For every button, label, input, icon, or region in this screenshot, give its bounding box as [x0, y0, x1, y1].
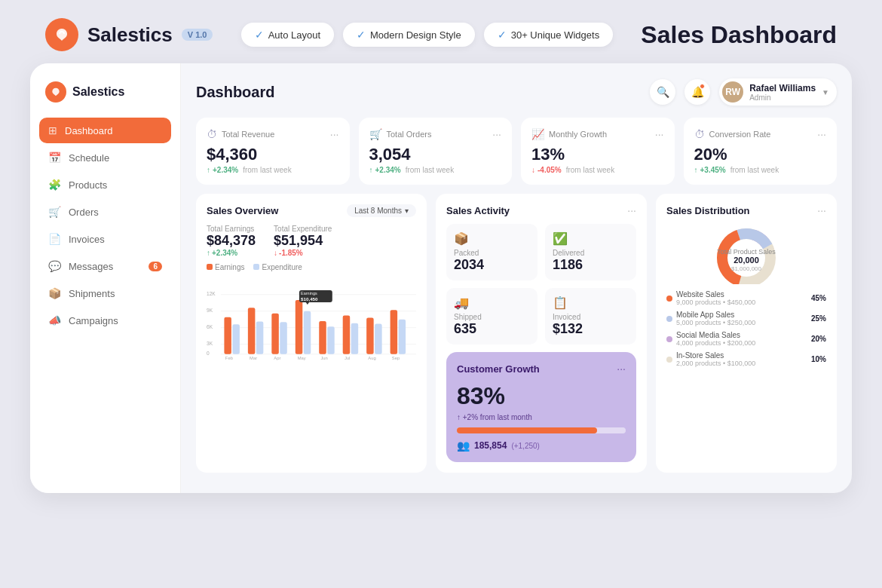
packed-icon: 📦 — [454, 231, 530, 246]
charts-row: Sales Overview Last 8 Months ▾ Total Ear… — [196, 194, 837, 473]
sidebar-item-messages[interactable]: 💬 Messages 6 — [39, 253, 171, 279]
content-area: Dashboard 🔍 🔔 RW Rafael Williams Admin ▼ — [181, 63, 852, 493]
svg-text:Feb: Feb — [225, 356, 233, 360]
activity-invoiced: 📋 Invoiced $132 — [545, 288, 636, 345]
orders-from: from last week — [406, 166, 454, 174]
up-arrow-icon-1: ↑ — [369, 166, 373, 174]
growth-more-button[interactable]: ··· — [655, 128, 664, 140]
activity-delivered: ✅ Delivered 1186 — [545, 224, 636, 280]
svg-rect-14 — [271, 314, 279, 354]
notification-button[interactable]: 🔔 — [684, 79, 710, 105]
activity-shipped: 🚚 Shipped 635 — [446, 288, 537, 345]
growth-users-change: (+1,250) — [511, 442, 540, 450]
header-actions: 🔍 🔔 RW Rafael Williams Admin ▼ — [650, 78, 837, 106]
sidebar-label-orders: Orders — [69, 207, 99, 218]
feature-badge-2: ✓ 30+ Unique Widgets — [484, 23, 613, 47]
dashboard-title: Sales Dashboard — [641, 21, 837, 49]
svg-rect-19 — [327, 326, 335, 354]
version-badge: V 1.0 — [182, 29, 213, 41]
sales-distribution-card: Sales Distribution ··· Total Product Sal… — [656, 194, 837, 473]
svg-text:12K: 12K — [207, 291, 216, 296]
sidebar-item-shipments[interactable]: 📦 Shipments — [39, 280, 171, 306]
sidebar-label-campaigns: Campaigns — [69, 315, 118, 326]
sidebar-item-campaigns[interactable]: 📣 Campaigns — [39, 308, 171, 333]
growth-users-count: 185,854 — [474, 440, 507, 451]
svg-rect-18 — [319, 321, 326, 354]
sales-activity-more[interactable]: ··· — [627, 204, 636, 216]
svg-marker-29 — [306, 302, 309, 305]
svg-text:Jul: Jul — [345, 356, 350, 360]
svg-rect-16 — [296, 300, 303, 354]
dist-dot-mobile — [666, 316, 672, 322]
sales-overview-filter[interactable]: Last 8 Months ▾ — [347, 204, 416, 217]
svg-text:$1,000,000: $1,000,000 — [731, 265, 762, 272]
search-button[interactable]: 🔍 — [650, 79, 675, 105]
sales-distribution-title: Sales Distribution — [666, 205, 750, 216]
sidebar-item-invoices[interactable]: 📄 Invoices — [39, 226, 171, 252]
notification-dot — [700, 84, 705, 89]
feature-label-2: 30+ Unique Widgets — [511, 29, 599, 41]
sidebar-item-schedule[interactable]: 📅 Schedule — [39, 145, 171, 170]
shipped-value: 635 — [454, 321, 530, 337]
activity-grid: 📦 Packed 2034 ✅ Delivered 1186 🚚 Shipped — [446, 224, 636, 345]
earnings-legend: Earnings — [207, 263, 244, 271]
svg-text:Aug: Aug — [368, 356, 375, 360]
check-icon-2: ✓ — [498, 29, 507, 41]
sidebar-item-dashboard[interactable]: ⊞ Dashboard — [39, 118, 171, 143]
sales-activity-title: Sales Activity — [446, 205, 510, 216]
feature-label-0: Auto Layout — [268, 29, 320, 41]
distribution-list: Website Sales 9,000 products • $450,000 … — [666, 290, 826, 367]
svg-text:$10,450: $10,450 — [301, 296, 318, 302]
orders-stat-icon: 🛒 — [369, 128, 382, 140]
delivered-label: Delivered — [553, 249, 629, 257]
donut-wrapper: Total Product Sales 20,000 $1,000,000 — [666, 224, 826, 284]
dist-dot-instore — [666, 357, 672, 363]
growth-from: from last week — [566, 166, 614, 174]
user-info[interactable]: RW Rafael Williams Admin ▼ — [719, 78, 837, 106]
total-earnings: Total Earnings $84,378 ↑ +2.34% — [207, 225, 256, 257]
conversion-more-button[interactable]: ··· — [817, 128, 826, 140]
svg-text:3K: 3K — [207, 341, 213, 346]
svg-text:Total Product Sales: Total Product Sales — [717, 248, 776, 256]
growth-change: ↓ -4.05% — [531, 166, 562, 174]
up-arrow-icon: ↑ — [207, 166, 210, 174]
svg-rect-12 — [248, 308, 256, 354]
feature-badge-1: ✓ Modern Design Style — [343, 23, 475, 47]
growth-bar-fill — [457, 427, 597, 433]
svg-text:Earnings: Earnings — [301, 291, 317, 296]
user-role: Admin — [749, 93, 816, 102]
svg-rect-13 — [256, 322, 264, 354]
dist-item-mobile: Mobile App Sales 5,000 products • $250,0… — [666, 311, 826, 326]
sidebar-item-products[interactable]: 🧩 Products — [39, 172, 171, 198]
content-scroll: ⏱ Total Revenue ··· $4,360 ↑ +2.34% from… — [196, 118, 837, 476]
bar-chart-svg: 12K 9K 6K 3K 0 — [207, 276, 416, 374]
dist-item-social: Social Media Sales 4,000 products • $200… — [666, 331, 826, 347]
svg-rect-10 — [224, 317, 231, 354]
svg-text:20,000: 20,000 — [733, 256, 759, 265]
stat-card-orders: 🛒 Total Orders ··· 3,054 ↑ +2.34% from l… — [359, 118, 513, 185]
feature-badges: ✓ Auto Layout ✓ Modern Design Style ✓ 30… — [241, 23, 614, 47]
sales-distribution-more[interactable]: ··· — [817, 204, 826, 216]
stat-card-revenue: ⏱ Total Revenue ··· $4,360 ↑ +2.34% from… — [196, 118, 350, 185]
earnings-row: Total Earnings $84,378 ↑ +2.34% Total Ex… — [207, 225, 416, 257]
orders-more-button[interactable]: ··· — [492, 128, 501, 140]
revenue-more-button[interactable]: ··· — [330, 128, 339, 140]
sidebar-label-products: Products — [69, 179, 107, 191]
sidebar-label-dashboard: Dashboard — [65, 125, 113, 136]
orders-value: 3,054 — [369, 145, 502, 164]
sales-activity-card: Sales Activity ··· 📦 Packed 2034 ✅ Deliv… — [436, 194, 647, 473]
svg-text:9K: 9K — [207, 308, 213, 313]
customer-growth-more[interactable]: ··· — [617, 363, 626, 375]
orders-icon: 🛒 — [48, 206, 61, 218]
sidebar-item-orders[interactable]: 🛒 Orders — [39, 199, 171, 225]
up-arrow-icon-2: ↑ — [694, 166, 698, 174]
avatar: RW — [722, 81, 743, 103]
conversion-value: 20% — [694, 145, 827, 164]
messages-badge: 6 — [149, 262, 162, 271]
customer-growth-card: Customer Growth ··· 83% ↑ +2% from last … — [446, 352, 636, 462]
messages-icon: 💬 — [48, 260, 61, 272]
earnings-value: $84,378 — [207, 233, 256, 249]
growth-value: 13% — [531, 145, 664, 164]
logo-area: Salestics V 1.0 — [45, 18, 213, 51]
growth-value: 83% — [457, 382, 626, 410]
